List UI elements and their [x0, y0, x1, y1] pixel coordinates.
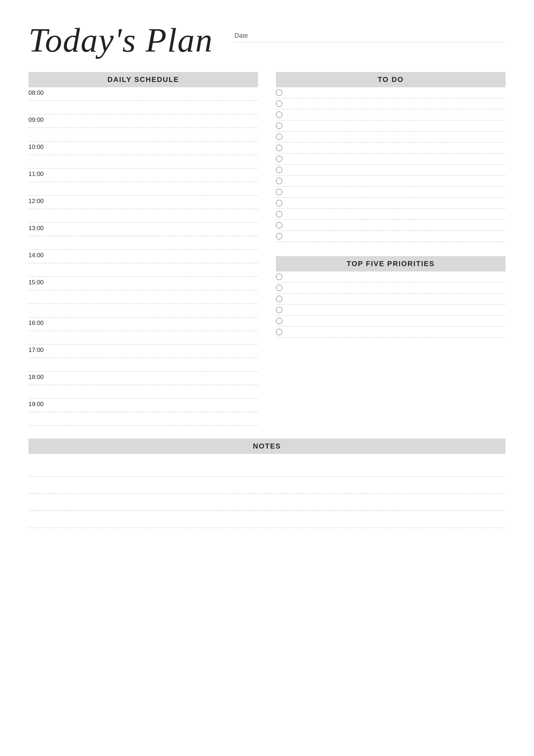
- schedule-row-1500: 15:00: [28, 277, 258, 290]
- todo-line-7[interactable]: [287, 156, 506, 162]
- todo-item-9[interactable]: [276, 176, 506, 187]
- todo-item-5[interactable]: [276, 131, 506, 143]
- priority-circle-3[interactable]: [276, 296, 282, 302]
- notes-line-3[interactable]: [28, 494, 506, 511]
- schedule-row-1600: 16:00: [28, 317, 258, 331]
- schedule-blank-1400[interactable]: [28, 263, 258, 277]
- daily-schedule-section: DAILY SCHEDULE 08:00 09:00 10:00 11:00 1…: [28, 72, 258, 426]
- priority-circle-1[interactable]: [276, 274, 282, 280]
- notes-line-1[interactable]: [28, 460, 506, 477]
- priority-item-4[interactable]: [276, 305, 506, 316]
- page-title: Today's Plan: [28, 21, 213, 59]
- schedule-blank-1100[interactable]: [28, 182, 258, 196]
- todo-line-8[interactable]: [287, 167, 506, 173]
- todo-line-6[interactable]: [287, 145, 506, 151]
- todo-circle-11[interactable]: [276, 200, 282, 206]
- priority-line-5[interactable]: [287, 318, 506, 324]
- todo-circle-4[interactable]: [276, 123, 282, 129]
- todo-item-4[interactable]: [276, 120, 506, 131]
- time-label-1900: 19:00: [28, 401, 44, 408]
- todo-line-10[interactable]: [287, 189, 506, 195]
- todo-circle-1[interactable]: [276, 89, 282, 96]
- date-label: Date: [234, 32, 506, 40]
- time-label-0900: 09:00: [28, 116, 44, 123]
- todo-circle-2[interactable]: [276, 100, 282, 107]
- priority-circle-6[interactable]: [276, 329, 282, 335]
- priority-circle-4[interactable]: [276, 307, 282, 313]
- schedule-blank-0800[interactable]: [28, 101, 258, 114]
- schedule-blank-1300[interactable]: [28, 236, 258, 250]
- priority-line-3[interactable]: [287, 296, 506, 302]
- time-label-1700: 17:00: [28, 347, 44, 353]
- todo-circle-14[interactable]: [276, 233, 282, 239]
- schedule-row-1900: 19:00: [28, 399, 258, 412]
- todo-circle-9[interactable]: [276, 178, 282, 184]
- date-line[interactable]: [234, 42, 506, 42]
- priority-circle-5[interactable]: [276, 318, 282, 324]
- page-header: Today's Plan Date: [28, 21, 506, 59]
- notes-line-2[interactable]: [28, 477, 506, 494]
- schedule-blank-0900[interactable]: [28, 128, 258, 141]
- todo-item-2[interactable]: [276, 98, 506, 109]
- todo-line-1[interactable]: [287, 89, 506, 96]
- todo-line-2[interactable]: [287, 100, 506, 107]
- todo-circle-7[interactable]: [276, 156, 282, 162]
- todo-item-12[interactable]: [276, 209, 506, 220]
- time-label-1800: 18:00: [28, 374, 44, 380]
- todo-item-6[interactable]: [276, 143, 506, 154]
- todo-circle-12[interactable]: [276, 211, 282, 217]
- todo-circle-10[interactable]: [276, 189, 282, 195]
- todo-line-5[interactable]: [287, 134, 506, 140]
- schedule-blank-1500b[interactable]: [28, 304, 258, 317]
- priority-line-4[interactable]: [287, 307, 506, 313]
- todo-line-13[interactable]: [287, 222, 506, 228]
- priority-line-2[interactable]: [287, 285, 506, 291]
- todo-line-11[interactable]: [287, 200, 506, 206]
- todo-item-11[interactable]: [276, 198, 506, 209]
- todo-line-14[interactable]: [287, 233, 506, 239]
- todo-circle-13[interactable]: [276, 222, 282, 228]
- schedule-row-0800: 08:00: [28, 87, 258, 101]
- priority-item-1[interactable]: [276, 271, 506, 283]
- todo-circle-3[interactable]: [276, 112, 282, 118]
- time-label-1000: 10:00: [28, 144, 44, 150]
- schedule-blank-1700[interactable]: [28, 358, 258, 372]
- todo-circle-6[interactable]: [276, 145, 282, 151]
- priority-item-6[interactable]: [276, 327, 506, 338]
- todo-circle-5[interactable]: [276, 134, 282, 140]
- notes-line-4[interactable]: [28, 511, 506, 528]
- schedule-blank-1900[interactable]: [28, 412, 258, 426]
- main-grid: DAILY SCHEDULE 08:00 09:00 10:00 11:00 1…: [28, 72, 506, 528]
- priority-item-3[interactable]: [276, 294, 506, 305]
- time-label-1100: 11:00: [28, 171, 44, 177]
- schedule-row-1000: 10:00: [28, 141, 258, 155]
- todo-item-7[interactable]: [276, 154, 506, 165]
- todo-circle-8[interactable]: [276, 167, 282, 173]
- todo-item-10[interactable]: [276, 187, 506, 198]
- schedule-blank-1200[interactable]: [28, 209, 258, 223]
- todo-item-8[interactable]: [276, 165, 506, 176]
- todo-line-3[interactable]: [287, 112, 506, 118]
- schedule-blank-1800[interactable]: [28, 385, 258, 399]
- todo-line-12[interactable]: [287, 211, 506, 217]
- priority-line-1[interactable]: [287, 274, 506, 280]
- schedule-row-1100: 11:00: [28, 169, 258, 182]
- time-label-1400: 14:00: [28, 252, 44, 259]
- priority-circle-2[interactable]: [276, 285, 282, 291]
- todo-item-3[interactable]: [276, 109, 506, 120]
- priority-item-5[interactable]: [276, 316, 506, 327]
- todo-item-13[interactable]: [276, 220, 506, 231]
- todo-line-9[interactable]: [287, 178, 506, 184]
- schedule-blank-1000[interactable]: [28, 155, 258, 169]
- todo-line-4[interactable]: [287, 123, 506, 129]
- schedule-blank-1500a[interactable]: [28, 290, 258, 304]
- daily-schedule-heading: DAILY SCHEDULE: [28, 72, 258, 87]
- time-label-0800: 08:00: [28, 89, 44, 96]
- schedule-row-1300: 13:00: [28, 223, 258, 236]
- priority-item-2[interactable]: [276, 283, 506, 294]
- priority-line-6[interactable]: [287, 329, 506, 335]
- todo-item-1[interactable]: [276, 87, 506, 98]
- schedule-blank-1600[interactable]: [28, 331, 258, 345]
- todo-item-14[interactable]: [276, 231, 506, 242]
- time-label-1500: 15:00: [28, 279, 44, 286]
